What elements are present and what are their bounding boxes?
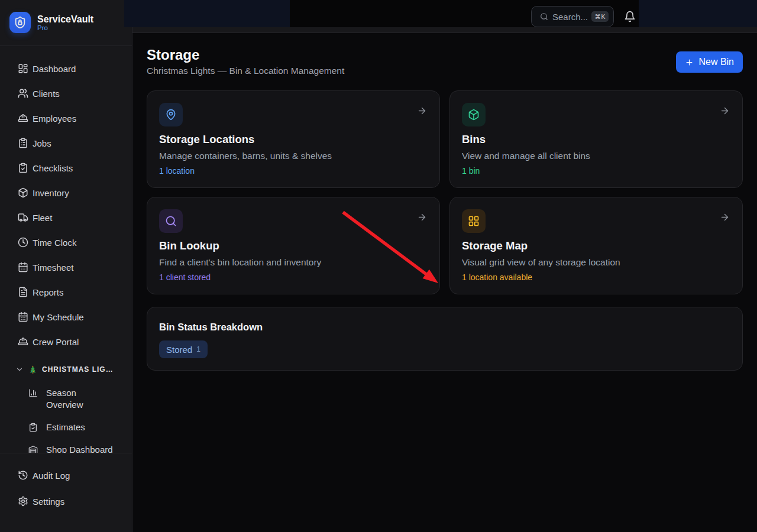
page-subtitle: Christmas Lights — Bin & Location Manage… (147, 65, 344, 77)
card-stat: 1 client stored (159, 272, 428, 283)
sidebar-item-settings[interactable]: Settings (7, 490, 125, 512)
hard-hat-icon (18, 336, 28, 347)
search-placeholder: Search... (552, 12, 591, 22)
badge-row: Stored1 (159, 340, 730, 358)
plus-icon (685, 58, 694, 67)
sidebar-item-time-clock[interactable]: Time Clock (7, 231, 125, 254)
sidebar-item-label: Crew Portal (33, 337, 79, 347)
clipboard-check-icon (28, 423, 38, 432)
sidebar-item-label: Employees (33, 113, 76, 124)
card-title: Bin Lookup (159, 239, 428, 253)
brand-header: ServiceVault Pro (0, 0, 132, 46)
search-shortcut: ⌘K (591, 11, 609, 22)
badge-label: Stored (166, 345, 192, 355)
sidebar-subitem-label: Estimates (46, 421, 85, 433)
sidebar-item-label: Dashboard (33, 64, 76, 74)
cards-grid: Storage LocationsManage containers, barn… (147, 90, 743, 294)
sidebar-item-label: Settings (33, 497, 64, 507)
shield-lock-icon (14, 16, 27, 29)
sidebar-item-timesheet[interactable]: Timesheet (7, 256, 125, 278)
sidebar: ServiceVault Pro DashboardClientsEmploye… (0, 0, 132, 532)
sidebar-item-label: Time Clock (33, 238, 76, 248)
card-description: Find a client's bin location and invento… (159, 257, 428, 268)
sidebar-item-label: Fleet (33, 213, 52, 223)
search-icon (159, 209, 183, 233)
main-content: Storage Christmas Lights — Bin & Locatio… (132, 33, 757, 385)
new-bin-button[interactable]: New Bin (676, 51, 743, 73)
sidebar-item-inventory[interactable]: Inventory (7, 181, 125, 204)
file-text-icon (18, 287, 28, 297)
sidebar-item-my-schedule[interactable]: My Schedule (7, 306, 125, 328)
chevron-down-icon (15, 365, 24, 374)
sidebar-item-label: My Schedule (33, 312, 84, 322)
sidebar-item-label: Reports (33, 287, 64, 297)
sidebar-section-christmas-lights[interactable]: CHRISTMAS LIG… (7, 360, 125, 379)
card-description: Manage containers, barns, units & shelve… (159, 150, 428, 162)
sidebar-section-label: CHRISTMAS LIG… (42, 365, 114, 374)
card-stat: 1 bin (462, 166, 730, 176)
arrow-right-icon (720, 106, 730, 116)
page-title: Storage (147, 46, 344, 64)
sidebar-nav: DashboardClientsEmployeesJobsChecklistsI… (0, 47, 132, 453)
package-icon (18, 187, 28, 198)
sidebar-footer: Audit LogSettings (0, 453, 132, 532)
brand-tier: Pro (37, 24, 48, 32)
status-badge-stored: Stored1 (159, 340, 208, 358)
search-icon (540, 12, 548, 21)
sidebar-item-clients[interactable]: Clients (7, 82, 125, 105)
topbar-center: Search... ⌘K (290, 0, 639, 27)
card-stat: 1 location (159, 166, 428, 176)
new-bin-label: New Bin (698, 57, 734, 67)
warehouse-icon (28, 445, 38, 453)
card-stat: 1 location available (462, 272, 730, 283)
sidebar-item-employees[interactable]: Employees (7, 107, 125, 129)
topbar-navy-right (639, 0, 757, 27)
sidebar-item-crew-portal[interactable]: Crew Portal (7, 330, 125, 353)
truck-icon (18, 212, 28, 223)
sidebar-item-fleet[interactable]: Fleet (7, 206, 125, 229)
map-pin-icon (159, 103, 183, 126)
settings-icon (18, 496, 28, 507)
sidebar-item-label: Inventory (33, 188, 69, 198)
card-title: Storage Locations (159, 132, 428, 147)
sidebar-item-checklists[interactable]: Checklists (7, 157, 125, 179)
sidebar-item-label: Clients (33, 89, 60, 99)
card-bin-lookup[interactable]: Bin LookupFind a client's bin location a… (147, 197, 440, 294)
notifications-button[interactable] (624, 11, 636, 22)
card-description: View and manage all client bins (462, 150, 730, 162)
breakdown-title: Bin Status Breakdown (159, 321, 730, 333)
christmas-tree-icon (28, 365, 37, 374)
sidebar-item-jobs[interactable]: Jobs (7, 132, 125, 154)
search-input[interactable]: Search... ⌘K (531, 6, 614, 27)
arrow-right-icon (417, 212, 427, 222)
history-icon (18, 470, 28, 481)
clipboard-list-icon (18, 138, 28, 148)
package-icon (462, 103, 486, 126)
card-storage-map[interactable]: Storage MapVisual grid view of any stora… (449, 197, 743, 294)
topbar-navy-left (124, 0, 290, 27)
clipboard-check-icon (18, 163, 28, 173)
card-title: Storage Map (462, 239, 730, 253)
sidebar-item-dashboard[interactable]: Dashboard (7, 57, 125, 80)
card-title: Bins (462, 132, 730, 147)
sidebar-item-label: Jobs (33, 138, 51, 148)
card-bins[interactable]: BinsView and manage all client bins1 bin (449, 90, 743, 188)
sidebar-item-audit-log[interactable]: Audit Log (7, 464, 125, 486)
calendar-days-icon (18, 312, 28, 322)
arrow-right-icon (417, 106, 427, 116)
clock-icon (18, 237, 28, 248)
brand-logo (9, 12, 31, 33)
sidebar-item-reports[interactable]: Reports (7, 281, 125, 303)
sidebar-item-label: Checklists (33, 163, 73, 173)
calendar-days-icon (18, 262, 28, 273)
page-header: Storage Christmas Lights — Bin & Locatio… (147, 46, 743, 77)
layout-dashboard-icon (18, 63, 28, 74)
hard-hat-icon (18, 113, 28, 124)
badge-count: 1 (196, 345, 200, 353)
card-storage-locations[interactable]: Storage LocationsManage containers, barn… (147, 90, 440, 188)
sidebar-subitem-shop-dashboard[interactable]: Shop Dashboard (7, 440, 125, 453)
bin-status-breakdown-card: Bin Status Breakdown Stored1 (147, 307, 743, 371)
sidebar-item-label: Timesheet (33, 262, 73, 273)
sidebar-subitem-season-overview[interactable]: Season Overview (7, 383, 125, 415)
sidebar-subitem-estimates[interactable]: Estimates (7, 417, 125, 437)
